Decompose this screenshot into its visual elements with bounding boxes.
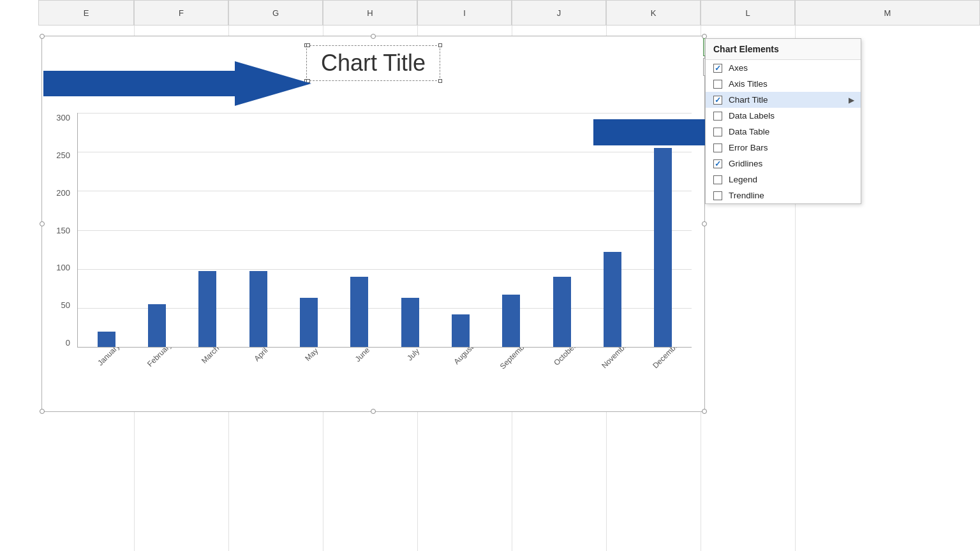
row-headers bbox=[0, 26, 38, 551]
col-header-K[interactable]: K bbox=[606, 0, 701, 26]
panel-items-container: ✓AxesAxis Titles✓Chart Title▶Data Labels… bbox=[706, 60, 861, 203]
bar-may bbox=[300, 298, 318, 347]
month-label-april: April bbox=[232, 348, 283, 411]
month-label-july: July bbox=[385, 348, 435, 411]
col-header-J[interactable]: J bbox=[512, 0, 606, 26]
panel-item-label: Axis Titles bbox=[729, 79, 853, 89]
column-headers: E F G H I J K L M bbox=[38, 0, 980, 26]
checkbox-data-table[interactable] bbox=[713, 128, 722, 136]
month-label-june: June bbox=[334, 348, 384, 411]
panel-item-label: Chart Title bbox=[729, 95, 853, 105]
arrow-svg-left bbox=[43, 61, 311, 106]
chart-title-text[interactable]: Chart Title bbox=[306, 45, 440, 81]
month-label-february: February bbox=[131, 348, 181, 411]
checkmark: ✓ bbox=[715, 159, 721, 168]
handle-tc[interactable] bbox=[371, 34, 376, 39]
chart-elements-panel: Chart Elements ✓AxesAxis Titles✓Chart Ti… bbox=[705, 38, 861, 204]
panel-item-gridlines[interactable]: ✓Gridlines bbox=[706, 156, 861, 172]
arrow-to-chart-title bbox=[43, 61, 311, 108]
panel-item-data-table[interactable]: Data Table bbox=[706, 124, 861, 140]
spreadsheet-grid: E F G H I J K L M bbox=[0, 0, 980, 551]
col-header-E[interactable]: E bbox=[38, 0, 134, 26]
month-label-october: October bbox=[537, 348, 587, 411]
panel-item-label: Data Table bbox=[729, 127, 853, 136]
panel-item-axes[interactable]: ✓Axes bbox=[706, 60, 861, 76]
panel-item-data-labels[interactable]: Data Labels bbox=[706, 108, 861, 124]
bar-september bbox=[502, 295, 520, 347]
col-header-H[interactable]: H bbox=[323, 0, 417, 26]
checkbox-error-bars[interactable] bbox=[713, 143, 722, 152]
bar-january bbox=[98, 332, 115, 347]
bar-april bbox=[249, 271, 267, 347]
y-label-0: 0 bbox=[45, 338, 74, 348]
month-label-march: March bbox=[182, 348, 232, 411]
checkmark: ✓ bbox=[715, 96, 721, 105]
bar-november bbox=[604, 252, 621, 347]
panel-item-label: Error Bars bbox=[729, 143, 853, 152]
month-label-december: December bbox=[638, 348, 688, 411]
checkbox-chart-title[interactable]: ✓ bbox=[713, 96, 722, 105]
panel-header: Chart Elements bbox=[706, 39, 861, 60]
col-header-M[interactable]: M bbox=[795, 0, 980, 26]
y-label-150: 150 bbox=[45, 226, 74, 235]
col-header-F[interactable]: F bbox=[134, 0, 228, 26]
panel-item-error-bars[interactable]: Error Bars bbox=[706, 140, 861, 156]
panel-item-legend[interactable]: Legend bbox=[706, 172, 861, 187]
title-handle-br[interactable] bbox=[438, 79, 442, 83]
panel-item-trendline[interactable]: Trendline bbox=[706, 187, 861, 203]
bar-march bbox=[198, 271, 216, 347]
panel-item-label: Trendline bbox=[729, 191, 853, 200]
handle-tl[interactable] bbox=[40, 34, 45, 39]
bar-february bbox=[148, 304, 166, 347]
checkmark: ✓ bbox=[715, 64, 721, 73]
month-labels: JanuaryFebruaryMarchAprilMayJuneJulyAugu… bbox=[77, 348, 692, 411]
month-label-november: November bbox=[587, 348, 637, 411]
title-handle-tc[interactable] bbox=[306, 43, 310, 47]
plot-container: 0 50 100 150 200 250 300 bbox=[42, 113, 704, 411]
month-label-august: August bbox=[435, 348, 486, 411]
panel-item-label: Data Labels bbox=[729, 111, 853, 121]
panel-item-label: Legend bbox=[729, 175, 853, 184]
panel-item-label: Gridlines bbox=[729, 159, 853, 168]
y-label-300: 300 bbox=[45, 113, 74, 122]
bar-july bbox=[401, 298, 419, 347]
col-header-G[interactable]: G bbox=[228, 0, 323, 26]
checkbox-legend[interactable] bbox=[713, 175, 722, 184]
col-header-L[interactable]: L bbox=[701, 0, 795, 26]
y-axis: 0 50 100 150 200 250 300 bbox=[45, 113, 74, 348]
svg-marker-1 bbox=[43, 61, 311, 106]
chart-title-wrapper[interactable]: Chart Title bbox=[306, 45, 440, 81]
y-label-100: 100 bbox=[45, 263, 74, 272]
panel-item-label: Axes bbox=[729, 63, 853, 73]
checkbox-gridlines[interactable]: ✓ bbox=[713, 159, 722, 168]
month-label-september: September bbox=[486, 348, 536, 411]
month-label-january: January bbox=[80, 348, 131, 411]
y-label-50: 50 bbox=[45, 300, 74, 310]
month-label-may: May bbox=[283, 348, 334, 411]
checkbox-axes[interactable]: ✓ bbox=[713, 64, 722, 73]
panel-item-axis-titles[interactable]: Axis Titles bbox=[706, 76, 861, 92]
bar-october bbox=[553, 277, 571, 347]
y-label-200: 200 bbox=[45, 188, 74, 198]
y-label-250: 250 bbox=[45, 151, 74, 160]
checkbox-trendline[interactable] bbox=[713, 191, 722, 200]
checkbox-axis-titles[interactable] bbox=[713, 80, 722, 89]
bar-august bbox=[452, 314, 470, 347]
bar-june bbox=[350, 277, 368, 347]
bar-december bbox=[654, 148, 672, 347]
title-handle-tr[interactable] bbox=[438, 43, 442, 47]
submenu-arrow-icon: ▶ bbox=[849, 96, 854, 105]
checkbox-data-labels[interactable] bbox=[713, 112, 722, 121]
col-header-I[interactable]: I bbox=[417, 0, 512, 26]
panel-item-chart-title[interactable]: ✓Chart Title▶ bbox=[706, 92, 861, 108]
